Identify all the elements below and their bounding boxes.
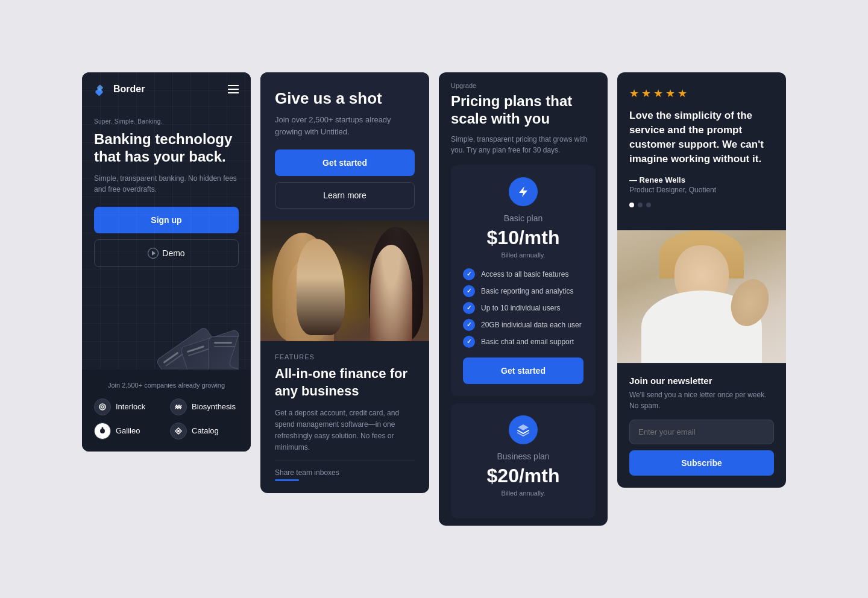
basic-plan-billing: Billed annually. xyxy=(463,251,583,259)
layers-icon xyxy=(509,415,538,444)
star-3: ★ xyxy=(653,87,663,100)
newsletter-text: We'll send you a nice letter once per we… xyxy=(629,389,774,411)
pricing-headline: Pricing plans that scale with you xyxy=(451,93,596,128)
logo-item-galileo: Galileo xyxy=(94,423,163,439)
logos-grid: Interlock Biosynthesis xyxy=(94,398,239,439)
hero-headline: Banking technology that has your back. xyxy=(94,131,239,166)
business-plan-billing: Billed annually. xyxy=(463,489,583,497)
star-1: ★ xyxy=(629,87,639,100)
interlock-icon xyxy=(94,398,111,415)
logo-item-catalog: Catalog xyxy=(170,423,239,439)
reviewer-title: Product Designer, Quotient xyxy=(629,186,774,194)
s2-photo-content xyxy=(260,221,429,341)
catalog-icon xyxy=(170,423,187,439)
dot-1[interactable] xyxy=(629,203,634,207)
screen2-features: Features All-in-one finance for any busi… xyxy=(260,341,429,493)
business-plan-name: Business plan xyxy=(463,452,583,461)
business-plan-card: Business plan $20/mth Billed annually. xyxy=(451,403,596,518)
svg-point-4 xyxy=(101,430,104,432)
s2-accent-line xyxy=(275,479,299,481)
basic-features-list: Access to all basic features Basic repor… xyxy=(463,268,583,348)
logo-item-interlock: Interlock xyxy=(94,398,163,415)
galileo-icon xyxy=(94,423,111,439)
screen-1: Border Super. Simple. Banking. Banking t… xyxy=(82,72,251,452)
s2-features-label: Features xyxy=(275,353,415,360)
screen4-review: ★ ★ ★ ★ ★ Love the simplicity of the ser… xyxy=(617,72,786,230)
basic-plan-price: $10/mth xyxy=(463,227,583,249)
star-5: ★ xyxy=(678,87,687,100)
screen4-newsletter: Join our newsletter We'll send you a nic… xyxy=(617,363,786,488)
companies-label: Join 2,500+ companies already growing xyxy=(94,382,239,389)
s2-get-started-button[interactable]: Get started xyxy=(275,150,415,176)
s2-features-text: Get a deposit account, credit card, and … xyxy=(275,408,415,454)
reviewer-name: — Renee Wells xyxy=(629,175,774,184)
basic-plan-name: Basic plan xyxy=(463,213,583,223)
logo-text: Border xyxy=(113,84,145,95)
person2 xyxy=(369,227,423,341)
s2-subtext: Join over 2,500+ startups already growin… xyxy=(275,114,415,137)
galileo-label: Galileo xyxy=(116,426,140,435)
feature-5: Basic chat and email support xyxy=(463,336,583,348)
screens-container: Border Super. Simple. Banking. Banking t… xyxy=(82,72,786,526)
logo-item-biosynthesis: Biosynthesis xyxy=(170,398,239,415)
s2-features-headline: All-in-one finance for any business xyxy=(275,365,415,400)
lightning-icon xyxy=(509,177,538,206)
screen2-hero: Give us a shot Join over 2,500+ startups… xyxy=(260,72,429,221)
svg-point-6 xyxy=(177,430,180,432)
subscribe-button[interactable]: Subscribe xyxy=(629,450,774,476)
hero-tagline: Super. Simple. Banking. xyxy=(94,118,239,125)
feature-4: 20GB individual data each user xyxy=(463,319,583,331)
star-4: ★ xyxy=(665,87,675,100)
screen1-header: Border xyxy=(82,72,251,106)
demo-button[interactable]: Demo xyxy=(94,239,239,267)
play-triangle xyxy=(152,251,156,256)
check-4 xyxy=(463,319,475,331)
biosynthesis-icon xyxy=(170,398,187,415)
feature-1: Access to all basic features xyxy=(463,268,583,280)
dot-2[interactable] xyxy=(638,203,643,207)
screen1-social-proof: Join 2,500+ companies already growing In… xyxy=(82,370,251,452)
email-input[interactable] xyxy=(629,420,774,444)
feature-2: Basic reporting and analytics xyxy=(463,285,583,297)
svg-point-5 xyxy=(102,427,104,429)
s2-office-photo xyxy=(260,221,429,341)
feature-3: Up to 10 individual users xyxy=(463,302,583,314)
newsletter-title: Join our newsletter xyxy=(629,376,774,386)
review-text: Love the simplicity of the service and t… xyxy=(629,109,774,166)
svg-point-2 xyxy=(99,404,105,410)
signup-button[interactable]: Sign up xyxy=(94,207,239,233)
screen-3: Upgrade Pricing plans that scale with yo… xyxy=(439,72,608,526)
catalog-label: Catalog xyxy=(192,426,219,435)
screen1-hero: Super. Simple. Banking. Banking technolo… xyxy=(82,106,251,370)
basic-get-started-button[interactable]: Get started xyxy=(463,357,583,384)
carousel-dots xyxy=(629,203,774,207)
business-plan-price: $20/mth xyxy=(463,465,583,487)
s2-learn-more-button[interactable]: Learn more xyxy=(275,182,415,209)
person3 xyxy=(297,239,345,335)
check-3 xyxy=(463,302,475,314)
check-1 xyxy=(463,268,475,280)
pricing-subtext: Simple, transparent pricing that grows w… xyxy=(451,134,596,156)
star-2: ★ xyxy=(641,87,651,100)
play-icon xyxy=(148,248,159,259)
screen3-pricing: Upgrade Pricing plans that scale with yo… xyxy=(439,72,608,518)
interlock-label: Interlock xyxy=(116,402,145,411)
screen-4: ★ ★ ★ ★ ★ Love the simplicity of the ser… xyxy=(617,72,786,488)
cards-visual xyxy=(94,273,239,370)
basic-plan-card: Basic plan $10/mth Billed annually. Acce… xyxy=(451,165,596,396)
hamburger-menu[interactable] xyxy=(228,85,239,93)
screen-2: Give us a shot Join over 2,500+ startups… xyxy=(260,72,429,493)
s2-headline: Give us a shot xyxy=(275,89,415,108)
dot-3[interactable] xyxy=(646,203,651,207)
logo-icon xyxy=(94,82,108,96)
check-5 xyxy=(463,336,475,348)
star-rating: ★ ★ ★ ★ ★ xyxy=(629,87,774,100)
brand-logo[interactable]: Border xyxy=(94,82,145,96)
hero-subtext: Simple, transparent banking. No hidden f… xyxy=(94,173,239,195)
upgrade-label: Upgrade xyxy=(451,82,596,89)
check-2 xyxy=(463,285,475,297)
reviewer-photo xyxy=(617,230,786,363)
biosynthesis-label: Biosynthesis xyxy=(192,402,236,411)
s2-next-feature: Share team inboxes xyxy=(275,461,415,477)
